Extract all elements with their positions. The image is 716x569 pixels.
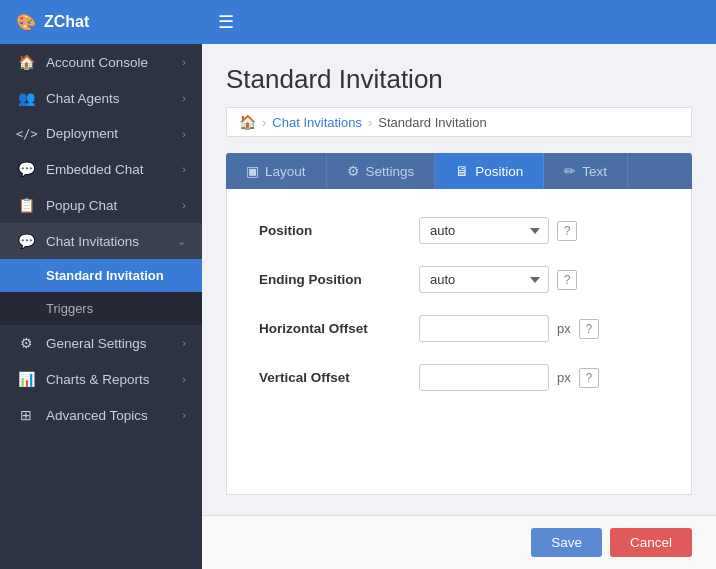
sidebar-item-label: Chat Agents (46, 91, 120, 106)
sidebar-item-label: Advanced Topics (46, 408, 148, 423)
sidebar-sub-item-label: Standard Invitation (46, 268, 164, 283)
tab-layout[interactable]: ▣ Layout (226, 153, 327, 189)
layout-icon: ▣ (246, 163, 259, 179)
settings-icon: ⚙ (16, 335, 36, 351)
sidebar: 🎨 ZChat 🏠 Account Console › 👥 Chat Agent… (0, 0, 202, 569)
breadcrumb-home-icon[interactable]: 🏠 (239, 114, 256, 130)
brand-icon: 🎨 (16, 13, 36, 32)
sidebar-item-popup-chat[interactable]: 📋 Popup Chat › (0, 187, 202, 223)
position-row: Position auto top-left top-right bottom-… (259, 217, 659, 244)
sidebar-item-label: Charts & Reports (46, 372, 150, 387)
ending-position-select[interactable]: auto top-left top-right bottom-left bott… (419, 266, 549, 293)
ending-position-controls: auto top-left top-right bottom-left bott… (419, 266, 577, 293)
tabs-bar: ▣ Layout ⚙ Settings 🖥 Position ✏ Text (226, 153, 692, 189)
agents-icon: 👥 (16, 90, 36, 106)
horizontal-offset-label: Horizontal Offset (259, 321, 419, 336)
sidebar-item-label: Deployment (46, 126, 118, 141)
sidebar-item-standard-invitation[interactable]: Standard Invitation (0, 259, 202, 292)
chat-invitations-icon: 💬 (16, 233, 36, 249)
horizontal-offset-input[interactable] (419, 315, 549, 342)
tab-settings-label: Settings (366, 164, 415, 179)
sidebar-item-chat-agents[interactable]: 👥 Chat Agents › (0, 80, 202, 116)
page-title: Standard Invitation (226, 64, 692, 95)
vertical-offset-input[interactable] (419, 364, 549, 391)
sidebar-item-triggers[interactable]: Triggers (0, 292, 202, 325)
sidebar-item-chat-invitations[interactable]: 💬 Chat Invitations ⌄ (0, 223, 202, 259)
vertical-offset-label: Vertical Offset (259, 370, 419, 385)
text-icon: ✏ (564, 163, 576, 179)
sidebar-item-label: Account Console (46, 55, 148, 70)
tab-position[interactable]: 🖥 Position (435, 153, 544, 189)
form-footer: Save Cancel (202, 515, 716, 569)
content-area: Standard Invitation 🏠 › Chat Invitations… (202, 44, 716, 515)
horizontal-offset-suffix: px (557, 321, 571, 336)
breadcrumb-sep-1: › (262, 115, 266, 130)
tab-text-label: Text (582, 164, 607, 179)
sidebar-item-embedded-chat[interactable]: 💬 Embedded Chat › (0, 151, 202, 187)
sidebar-brand: 🎨 ZChat (0, 0, 202, 44)
position-select[interactable]: auto top-left top-right bottom-left bott… (419, 217, 549, 244)
horizontal-offset-row: Horizontal Offset px ? (259, 315, 659, 342)
sidebar-item-label: Embedded Chat (46, 162, 144, 177)
position-controls: auto top-left top-right bottom-left bott… (419, 217, 577, 244)
chevron-right-icon: › (182, 163, 186, 175)
ending-position-help-icon[interactable]: ? (557, 270, 577, 290)
chevron-right-icon: › (182, 337, 186, 349)
chevron-right-icon: › (182, 373, 186, 385)
tab-text[interactable]: ✏ Text (544, 153, 628, 189)
breadcrumb-current: Standard Invitation (378, 115, 486, 130)
main-content: ☰ Standard Invitation 🏠 › Chat Invitatio… (202, 0, 716, 569)
sidebar-item-advanced-topics[interactable]: ⊞ Advanced Topics › (0, 397, 202, 433)
vertical-offset-controls: px ? (419, 364, 599, 391)
home-icon: 🏠 (16, 54, 36, 70)
tab-position-label: Position (475, 164, 523, 179)
sidebar-item-charts-reports[interactable]: 📊 Charts & Reports › (0, 361, 202, 397)
position-icon: 🖥 (455, 163, 469, 179)
sidebar-item-label: Chat Invitations (46, 234, 139, 249)
chevron-right-icon: › (182, 128, 186, 140)
vertical-offset-help-icon[interactable]: ? (579, 368, 599, 388)
charts-icon: 📊 (16, 371, 36, 387)
sidebar-item-general-settings[interactable]: ⚙ General Settings › (0, 325, 202, 361)
chevron-right-icon: › (182, 199, 186, 211)
breadcrumb: 🏠 › Chat Invitations › Standard Invitati… (226, 107, 692, 137)
chevron-right-icon: › (182, 56, 186, 68)
embedded-chat-icon: 💬 (16, 161, 36, 177)
sidebar-item-label: Popup Chat (46, 198, 117, 213)
sidebar-nav: 🏠 Account Console › 👥 Chat Agents › </> … (0, 44, 202, 569)
advanced-icon: ⊞ (16, 407, 36, 423)
chevron-down-icon: ⌄ (177, 235, 186, 248)
cancel-button[interactable]: Cancel (610, 528, 692, 557)
menu-icon[interactable]: ☰ (218, 11, 234, 33)
breadcrumb-chat-invitations[interactable]: Chat Invitations (272, 115, 362, 130)
breadcrumb-sep-2: › (368, 115, 372, 130)
tab-settings[interactable]: ⚙ Settings (327, 153, 436, 189)
deployment-icon: </> (16, 127, 36, 141)
position-label: Position (259, 223, 419, 238)
save-button[interactable]: Save (531, 528, 602, 557)
topbar: ☰ (202, 0, 716, 44)
popup-chat-icon: 📋 (16, 197, 36, 213)
horizontal-offset-controls: px ? (419, 315, 599, 342)
sidebar-item-label: General Settings (46, 336, 147, 351)
vertical-offset-suffix: px (557, 370, 571, 385)
horizontal-offset-help-icon[interactable]: ? (579, 319, 599, 339)
ending-position-row: Ending Position auto top-left top-right … (259, 266, 659, 293)
chevron-right-icon: › (182, 92, 186, 104)
tab-layout-label: Layout (265, 164, 306, 179)
vertical-offset-row: Vertical Offset px ? (259, 364, 659, 391)
chevron-right-icon: › (182, 409, 186, 421)
brand-name: ZChat (44, 13, 89, 31)
sidebar-item-deployment[interactable]: </> Deployment › (0, 116, 202, 151)
sidebar-item-account-console[interactable]: 🏠 Account Console › (0, 44, 202, 80)
sidebar-submenu-chat-invitations: Standard Invitation Triggers (0, 259, 202, 325)
position-help-icon[interactable]: ? (557, 221, 577, 241)
settings-tab-icon: ⚙ (347, 163, 360, 179)
form-panel: Position auto top-left top-right bottom-… (226, 189, 692, 495)
ending-position-label: Ending Position (259, 272, 419, 287)
sidebar-sub-item-label: Triggers (46, 301, 93, 316)
